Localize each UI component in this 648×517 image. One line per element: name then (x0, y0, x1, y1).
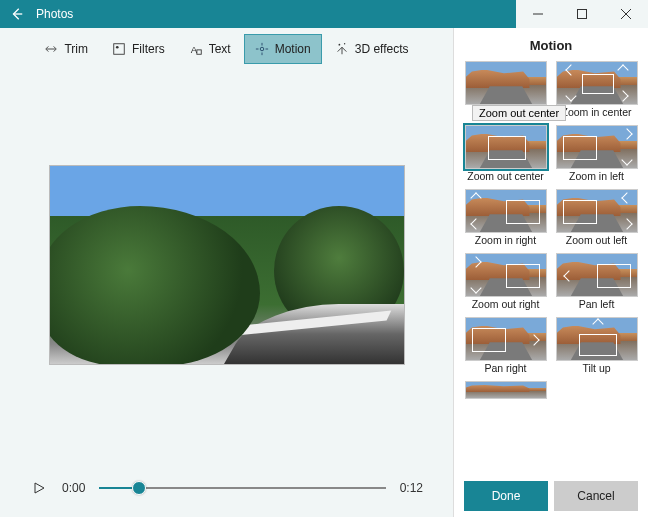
seek-thumb[interactable] (132, 481, 146, 495)
minimize-button[interactable] (516, 0, 560, 28)
svg-point-7 (116, 46, 119, 49)
motion-option-zoom-in-right[interactable]: Zoom in right (464, 189, 547, 249)
filters-button[interactable]: Filters (101, 34, 176, 64)
video-preview[interactable] (49, 165, 405, 365)
effects-label: 3D effects (355, 42, 409, 56)
svg-rect-6 (114, 44, 125, 55)
motion-grid: None Zoom in center Zoom out center Zoom… (454, 61, 648, 475)
motion-option-tilt-up[interactable]: Tilt up (555, 317, 638, 377)
panel-buttons: Done Cancel (454, 475, 648, 517)
trim-button[interactable]: Trim (33, 34, 99, 64)
time-current: 0:00 (62, 481, 85, 495)
done-button[interactable]: Done (464, 481, 548, 511)
back-button[interactable] (0, 0, 34, 28)
tooltip: Zoom out center (472, 105, 566, 121)
toolbar: Trim Filters A Text Motion 3D effects (0, 28, 453, 70)
motion-label: Motion (275, 42, 311, 56)
svg-point-10 (260, 47, 264, 51)
motion-option-pan-right[interactable]: Pan right (464, 317, 547, 377)
motion-option-zoom-out-right[interactable]: Zoom out right (464, 253, 547, 313)
motion-icon (255, 42, 269, 56)
motion-option-pan-left[interactable]: Pan left (555, 253, 638, 313)
cancel-button[interactable]: Cancel (554, 481, 638, 511)
text-button[interactable]: A Text (178, 34, 242, 64)
play-button[interactable] (30, 479, 48, 497)
effects-button[interactable]: 3D effects (324, 34, 420, 64)
window-controls (516, 0, 648, 28)
panel-title: Motion (454, 28, 648, 61)
text-icon: A (189, 42, 203, 56)
playback-bar: 0:00 0:12 (0, 459, 453, 517)
svg-rect-2 (578, 10, 587, 19)
motion-option-zoom-in-center[interactable]: Zoom in center (555, 61, 638, 121)
editor-pane: Trim Filters A Text Motion 3D effects (0, 28, 453, 517)
motion-option-zoom-in-left[interactable]: Zoom in left (555, 125, 638, 185)
motion-button[interactable]: Motion (244, 34, 322, 64)
svg-rect-9 (197, 50, 201, 54)
close-button[interactable] (604, 0, 648, 28)
motion-option-partial[interactable] (464, 381, 547, 399)
motion-option-zoom-out-left[interactable]: Zoom out left (555, 189, 638, 249)
filters-icon (112, 42, 126, 56)
text-label: Text (209, 42, 231, 56)
svg-marker-17 (35, 483, 44, 493)
motion-option-zoom-out-center[interactable]: Zoom out center Zoom out center (464, 125, 547, 185)
trim-label: Trim (64, 42, 88, 56)
svg-point-15 (338, 44, 340, 46)
effects-icon (335, 42, 349, 56)
seek-slider[interactable] (99, 478, 385, 498)
motion-panel: Motion None Zoom in center Zoom out cent… (453, 28, 648, 517)
svg-point-16 (344, 43, 345, 44)
maximize-button[interactable] (560, 0, 604, 28)
trim-icon (44, 42, 58, 56)
time-duration: 0:12 (400, 481, 423, 495)
video-preview-area (0, 70, 453, 459)
filters-label: Filters (132, 42, 165, 56)
